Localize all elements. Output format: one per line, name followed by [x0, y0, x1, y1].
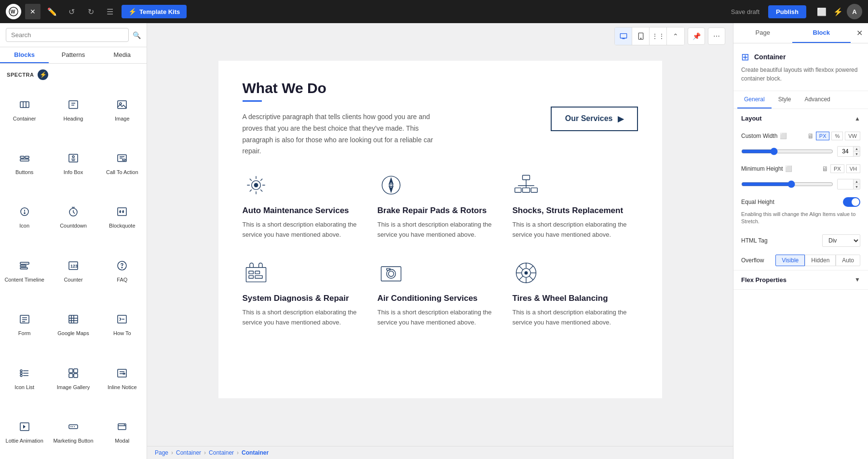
block-item-inline-notice[interactable]: Inline Notice — [98, 351, 147, 405]
preview-button[interactable]: ⬜ — [814, 4, 829, 19]
min-height-vh-button[interactable]: VH — [846, 164, 860, 173]
block-item-google-maps[interactable]: Google Maps — [49, 298, 97, 351]
svg-point-14 — [72, 156, 74, 158]
search-button[interactable]: 🔍 — [133, 31, 141, 39]
svg-rect-27 — [20, 262, 29, 264]
block-item-content-timeline[interactable]: Content Timeline — [0, 244, 49, 297]
breadcrumb-page[interactable]: Page — [155, 449, 168, 456]
edit-icon[interactable]: ✏️ — [44, 4, 60, 19]
custom-width-down-arrow[interactable]: ▼ — [853, 151, 860, 156]
block-label-heading: Heading — [64, 115, 83, 122]
service-title-2: Shocks, Struts Replacement — [513, 205, 638, 216]
block-item-blockquote[interactable]: Blockquote — [98, 190, 147, 244]
inline-notice-icon — [116, 367, 128, 382]
block-label-lottie-animation: Lottie Animation — [6, 437, 43, 444]
tab-media[interactable]: Media — [98, 47, 147, 63]
min-height-link-icon: ⬜ — [785, 165, 793, 173]
service-title-1: Brake Repair Pads & Rotors — [378, 205, 503, 216]
min-height-slider-container: ▲ ▼ — [733, 177, 868, 193]
service-card-5: Tires & Wheel Balancing This is a short … — [513, 255, 638, 333]
panel-tab-page[interactable]: Page — [733, 23, 792, 43]
sub-tab-style[interactable]: Style — [772, 91, 798, 108]
block-label-content-timeline: Content Timeline — [4, 276, 44, 283]
block-item-heading[interactable]: Heading — [49, 83, 97, 136]
block-item-call-to-action[interactable]: Call To Action — [98, 136, 147, 190]
block-item-image-gallery[interactable]: Image Gallery — [49, 351, 97, 405]
tab-blocks[interactable]: Blocks — [0, 47, 49, 63]
min-height-px-button[interactable]: PX — [830, 164, 844, 173]
min-height-input[interactable] — [838, 179, 853, 189]
html-tag-row: HTML Tag Div Section Article Main — [733, 230, 868, 251]
breadcrumb-container-2[interactable]: Container — [209, 449, 234, 456]
custom-width-input[interactable] — [838, 147, 853, 156]
block-item-icon-list[interactable]: Icon List — [0, 351, 49, 405]
desktop-view-button[interactable] — [615, 27, 632, 45]
custom-width-slider[interactable] — [741, 148, 833, 155]
block-item-counter[interactable]: 123 Counter — [49, 244, 97, 297]
svg-rect-2 — [20, 102, 29, 108]
how-to-icon — [116, 313, 128, 328]
service-card-2: Shocks, Struts Replacement This is a sho… — [513, 167, 638, 245]
undo-button[interactable]: ↺ — [64, 4, 79, 19]
save-draft-button[interactable]: Save draft — [726, 5, 764, 18]
sub-tab-advanced[interactable]: Advanced — [798, 91, 837, 108]
service-title-4: Air Conditioning Services — [378, 293, 503, 304]
unit-px-button[interactable]: PX — [816, 132, 830, 140]
breadcrumb-container-1[interactable]: Container — [176, 449, 201, 456]
our-services-button[interactable]: Our Services ▶ — [551, 107, 638, 131]
html-tag-select[interactable]: Div Section Article Main — [822, 234, 860, 247]
breadcrumb-sep-2: › — [204, 449, 206, 456]
block-item-marketing-button[interactable]: Marketing Button — [49, 405, 97, 459]
block-item-faq[interactable]: FAQ — [98, 244, 147, 297]
block-item-how-to[interactable]: How To — [98, 298, 147, 351]
panel-tab-block[interactable]: Block — [792, 23, 851, 43]
search-input[interactable] — [6, 28, 129, 42]
spectra-header: SPECTRA ⚡ — [0, 64, 147, 83]
flex-properties-header[interactable]: Flex Properties ▼ — [733, 270, 868, 289]
template-kits-button[interactable]: ⚡ Template Kits — [122, 5, 187, 18]
redo-button[interactable]: ↻ — [83, 4, 98, 19]
block-item-form[interactable]: Form — [0, 298, 49, 351]
block-item-countdown[interactable]: Countdown — [49, 190, 97, 244]
block-item-image[interactable]: Image — [98, 83, 147, 136]
overflow-auto-button[interactable]: Auto — [836, 255, 860, 266]
custom-width-up-arrow[interactable]: ▲ — [853, 147, 860, 151]
bolt-plugin-button[interactable]: ⚡ — [830, 4, 846, 19]
more-options-button[interactable]: ⋯ — [708, 27, 725, 45]
breadcrumb-container-3[interactable]: Container — [242, 449, 269, 456]
panel-close-button[interactable]: ✕ — [851, 25, 868, 42]
grid-dots-button[interactable]: ⋮⋮ — [650, 27, 667, 45]
close-button[interactable]: ✕ — [25, 4, 41, 19]
unit-vw-button[interactable]: VW — [845, 132, 860, 140]
min-height-slider[interactable] — [741, 180, 833, 188]
block-label-inline-notice: Inline Notice — [108, 384, 137, 391]
svg-rect-58 — [123, 373, 125, 374]
block-info-desc: Create beautiful layouts with flexbox po… — [741, 66, 860, 83]
form-icon — [19, 313, 30, 328]
unit-percent-button[interactable]: % — [831, 132, 843, 140]
pin-button[interactable]: 📌 — [688, 27, 705, 45]
panel-scroll[interactable]: Layout ▲ Custom Width ⬜ 🖥 PX % VW — [733, 109, 868, 459]
block-item-lottie-animation[interactable]: Lottie Animation — [0, 405, 49, 459]
tab-patterns[interactable]: Patterns — [49, 47, 97, 63]
user-avatar[interactable]: A — [847, 4, 862, 19]
layout-section-header[interactable]: Layout ▲ — [733, 109, 868, 128]
block-item-info-box[interactable]: Info Box — [49, 136, 97, 190]
block-item-buttons[interactable]: Buttons — [0, 136, 49, 190]
block-label-image-gallery: Image Gallery — [57, 384, 90, 391]
canvas-scroll[interactable]: What We Do A descriptive paragraph that … — [147, 49, 733, 446]
overflow-visible-button[interactable]: Visible — [775, 255, 805, 266]
block-label-icon-list: Icon List — [14, 384, 34, 391]
tablet-view-button[interactable] — [632, 27, 650, 45]
block-item-icon[interactable]: Icon — [0, 190, 49, 244]
min-height-up-arrow[interactable]: ▲ — [853, 179, 860, 184]
block-item-container[interactable]: Container — [0, 83, 49, 136]
block-item-modal[interactable]: Modal — [98, 405, 147, 459]
equal-height-toggle[interactable] — [843, 197, 860, 207]
chevron-up-button[interactable]: ⌃ — [667, 27, 684, 45]
publish-button[interactable]: Publish — [768, 5, 806, 18]
sub-tab-general[interactable]: General — [737, 91, 772, 108]
min-height-down-arrow[interactable]: ▼ — [853, 184, 860, 189]
overflow-hidden-button[interactable]: Hidden — [805, 255, 836, 266]
list-view-button[interactable]: ☰ — [102, 4, 118, 19]
